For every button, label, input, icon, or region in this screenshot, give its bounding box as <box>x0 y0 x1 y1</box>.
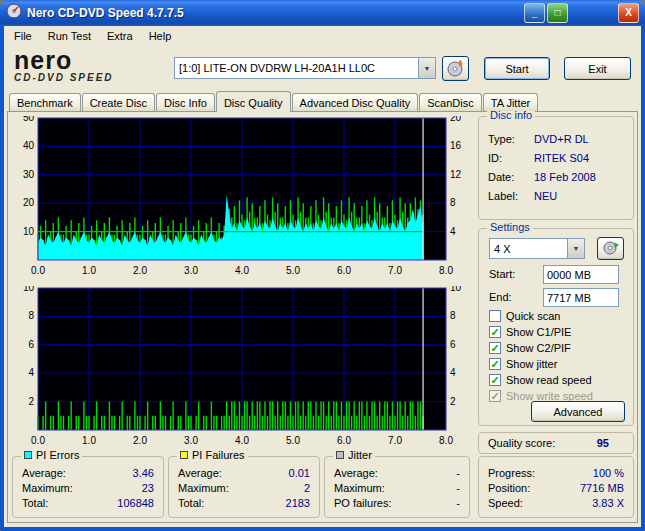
nero-logo-text: nero <box>14 48 164 72</box>
checkbox-box: ✓ <box>489 358 501 370</box>
svg-text:6: 6 <box>450 339 456 350</box>
checkbox-quick-scan[interactable]: ✓ Quick scan <box>489 309 560 322</box>
menu-extra[interactable]: Extra <box>99 27 141 45</box>
svg-text:8.0: 8.0 <box>439 265 453 276</box>
maximize-button[interactable]: □ <box>547 3 568 23</box>
quality-score-label: Quality score: <box>488 437 555 449</box>
checkbox-show-read-speed[interactable]: ✓ Show read speed <box>489 373 592 386</box>
row-value: - <box>456 466 460 481</box>
app-icon <box>6 3 22 23</box>
menu-help[interactable]: Help <box>141 27 180 45</box>
pi-failures-title: PI Failures <box>192 449 245 461</box>
svg-text:8: 8 <box>450 310 456 321</box>
tab-disc-info[interactable]: Disc Info <box>156 93 215 111</box>
svg-text:0.0: 0.0 <box>31 435 45 446</box>
drive-select-value: [1:0] LITE-ON DVDRW LH-20A1H LL0C <box>175 58 418 78</box>
close-icon: X <box>625 5 632 21</box>
minimize-icon: _ <box>532 5 538 21</box>
tab-disc-quality[interactable]: Disc Quality <box>216 91 291 111</box>
pi-errors-title: PI Errors <box>36 449 79 461</box>
svg-text:6.0: 6.0 <box>337 435 351 446</box>
burn-button[interactable] <box>442 56 469 81</box>
end-mb-field[interactable] <box>543 288 619 307</box>
speed-label: Speed: <box>488 496 523 511</box>
pif-color-swatch <box>180 451 188 459</box>
row-label: Maximum: <box>178 481 229 496</box>
start-mb-label: Start: <box>489 268 515 280</box>
app-window: Nero CD-DVD Speed 4.7.7.5 _ □ X File Run… <box>0 0 645 531</box>
tab-advanced-disc-quality[interactable]: Advanced Disc Quality <box>292 93 419 111</box>
tab-scandisc[interactable]: ScanDisc <box>419 93 481 111</box>
svg-text:16: 16 <box>450 140 462 151</box>
svg-text:4.0: 4.0 <box>235 435 249 446</box>
svg-text:4: 4 <box>450 226 456 237</box>
row-label: ID: <box>488 149 534 168</box>
start-button[interactable]: Start <box>484 57 550 80</box>
checkbox-box: ✓ <box>489 310 501 322</box>
minimize-button[interactable]: _ <box>524 3 545 23</box>
position-label: Position: <box>488 481 530 496</box>
advanced-button[interactable]: Advanced <box>531 401 625 422</box>
start-mb-field[interactable] <box>543 265 619 284</box>
check-icon: ✓ <box>490 391 499 401</box>
svg-text:2.0: 2.0 <box>133 435 147 446</box>
position-value: 7716 MB <box>580 481 624 496</box>
menu-file[interactable]: File <box>6 27 40 45</box>
jitter-box: Jitter Average:- Maximum:- PO failures:- <box>324 456 470 518</box>
checkbox-show-c1-pie[interactable]: ✓ Show C1/PIE <box>489 325 571 338</box>
tab-ta-jitter[interactable]: TA Jitter <box>483 93 539 111</box>
row-value: 2 <box>304 481 310 496</box>
check-icon: ✓ <box>490 359 499 369</box>
disc-type-value: DVD+R DL <box>534 130 589 149</box>
reload-disc-icon <box>602 240 620 258</box>
titlebar[interactable]: Nero CD-DVD Speed 4.7.7.5 _ □ X <box>0 0 645 26</box>
menu-run-test[interactable]: Run Test <box>40 27 99 45</box>
pi-errors-box: PI Errors Average:3.46 Maximum:23 Total:… <box>12 456 164 518</box>
close-button[interactable]: X <box>618 3 639 23</box>
svg-text:0.0: 0.0 <box>31 265 45 276</box>
reload-disc-button[interactable] <box>597 237 624 260</box>
checkbox-box: ✓ <box>489 390 501 402</box>
menu-bar: File Run Test Extra Help <box>4 26 641 46</box>
tab-benchmark[interactable]: Benchmark <box>9 93 81 111</box>
check-icon: ✓ <box>490 343 499 353</box>
checkbox-box: ✓ <box>489 342 501 354</box>
speed-value: 3.83 X <box>592 496 624 511</box>
disc-quality-panel: 1020304050481216200.01.02.03.04.05.06.07… <box>7 111 638 523</box>
row-value: - <box>456 496 460 511</box>
tab-strip: Benchmark Create Disc Disc Info Disc Qua… <box>4 90 641 111</box>
row-label: Type: <box>488 130 534 149</box>
exit-button[interactable]: Exit <box>564 57 631 80</box>
checkbox-show-c2-pif[interactable]: ✓ Show C2/PIF <box>489 341 571 354</box>
tab-create-disc[interactable]: Create Disc <box>82 93 155 111</box>
svg-text:10: 10 <box>23 226 35 237</box>
progress-label: Progress: <box>488 466 535 481</box>
progress-box: Progress:100 % Position:7716 MB Speed:3.… <box>478 456 634 518</box>
checkbox-show-jitter[interactable]: ✓ Show jitter <box>489 357 557 370</box>
drive-select[interactable]: [1:0] LITE-ON DVDRW LH-20A1H LL0C ▼ <box>174 57 436 79</box>
svg-text:6.0: 6.0 <box>337 265 351 276</box>
row-label: Average: <box>22 466 66 481</box>
svg-text:3.0: 3.0 <box>184 265 198 276</box>
row-value: 2183 <box>286 496 310 511</box>
row-label: PO failures: <box>334 496 391 511</box>
svg-text:1.0: 1.0 <box>82 265 96 276</box>
disc-label-value: NEU <box>534 187 557 206</box>
nero-logo-subtext: CD-DVD SPEED <box>14 72 164 83</box>
maximize-icon: □ <box>554 5 560 21</box>
row-value: 23 <box>142 481 154 496</box>
settings-box: Settings 4 X ▼ Start: En <box>478 228 634 426</box>
svg-text:6: 6 <box>28 339 34 350</box>
dropdown-arrow-icon[interactable]: ▼ <box>418 58 435 78</box>
speed-select-value: 4 X <box>490 239 567 258</box>
row-label: Total: <box>22 496 48 511</box>
svg-text:3.0: 3.0 <box>184 435 198 446</box>
svg-text:4: 4 <box>28 367 34 378</box>
dropdown-arrow-icon[interactable]: ▼ <box>567 239 584 258</box>
svg-text:2.0: 2.0 <box>133 265 147 276</box>
svg-text:5.0: 5.0 <box>286 435 300 446</box>
svg-text:20: 20 <box>23 197 35 208</box>
speed-select[interactable]: 4 X ▼ <box>489 238 585 259</box>
svg-text:2: 2 <box>450 396 456 407</box>
disc-id-value: RITEK S04 <box>534 149 589 168</box>
